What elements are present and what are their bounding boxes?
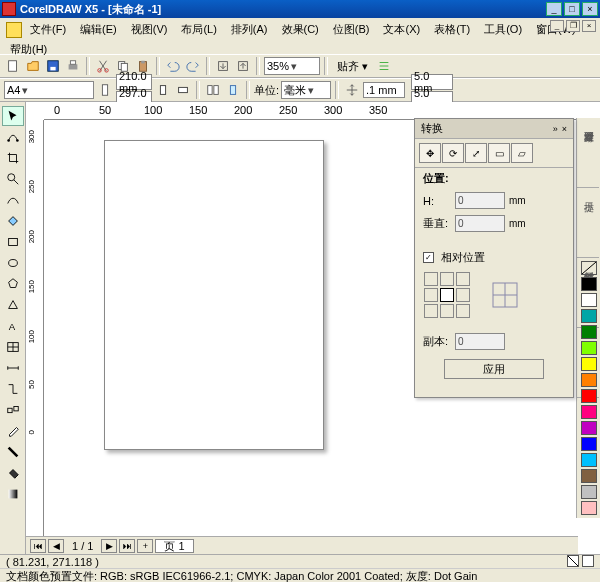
save-icon[interactable]: [44, 57, 62, 75]
swatch[interactable]: [581, 485, 597, 499]
connector-tool[interactable]: [2, 379, 24, 399]
swatch[interactable]: [581, 373, 597, 387]
new-icon[interactable]: [4, 57, 22, 75]
apply-button[interactable]: 应用: [444, 359, 544, 379]
menu-layout[interactable]: 布局(L): [175, 20, 222, 40]
options-icon[interactable]: [375, 57, 393, 75]
svg-rect-4: [70, 61, 75, 65]
open-icon[interactable]: [24, 57, 42, 75]
menu-edit[interactable]: 编辑(E): [74, 20, 123, 40]
scale-tab-icon[interactable]: ⤢: [465, 143, 487, 163]
snap-button[interactable]: 贴齐 ▾: [332, 57, 373, 75]
current-page-icon[interactable]: [224, 81, 242, 99]
redo-icon[interactable]: [184, 57, 202, 75]
fill-indicator-icon[interactable]: [567, 555, 579, 567]
h-input[interactable]: [455, 192, 505, 209]
nudge-input[interactable]: .1 mm: [363, 82, 405, 98]
basic-shapes-tool[interactable]: [2, 295, 24, 315]
vertical-ruler[interactable]: 300250200150100500: [26, 120, 44, 564]
add-page-button[interactable]: +: [137, 539, 153, 553]
anchor-grid[interactable]: [423, 271, 471, 319]
swatch[interactable]: [581, 293, 597, 307]
fill-tool[interactable]: [2, 463, 24, 483]
menu-view[interactable]: 视图(V): [125, 20, 174, 40]
next-page-button[interactable]: ▶: [101, 539, 117, 553]
swatch[interactable]: [581, 469, 597, 483]
menu-tools[interactable]: 工具(O): [478, 20, 528, 40]
prev-page-button[interactable]: ◀: [48, 539, 64, 553]
ellipse-tool[interactable]: [2, 253, 24, 273]
outline-indicator-icon[interactable]: [582, 555, 594, 567]
text-tool[interactable]: A: [2, 316, 24, 336]
interactive-fill-tool[interactable]: [2, 484, 24, 504]
maximize-button[interactable]: □: [564, 2, 580, 16]
swatch[interactable]: [581, 389, 597, 403]
dimension-tool[interactable]: [2, 358, 24, 378]
units-combo[interactable]: 毫米▾: [281, 81, 331, 99]
outline-tool[interactable]: [2, 442, 24, 462]
swatch[interactable]: [581, 309, 597, 323]
import-icon[interactable]: [214, 57, 232, 75]
swatch[interactable]: [581, 277, 597, 291]
side-tab-object-mgr[interactable]: 对象管理器: [577, 118, 599, 188]
undo-icon[interactable]: [164, 57, 182, 75]
portrait-icon[interactable]: [96, 81, 114, 99]
swatch[interactable]: [581, 437, 597, 451]
export-icon[interactable]: [234, 57, 252, 75]
eyedropper-tool[interactable]: [2, 421, 24, 441]
docker-collapse-icon[interactable]: »: [553, 124, 558, 134]
smart-fill-tool[interactable]: [2, 211, 24, 231]
swatch[interactable]: [581, 421, 597, 435]
side-tab-hints[interactable]: 提示: [577, 188, 599, 258]
mdi-min-button[interactable]: _: [550, 20, 564, 32]
swatch[interactable]: [581, 325, 597, 339]
menu-table[interactable]: 表格(T): [428, 20, 476, 40]
swatch[interactable]: [581, 341, 597, 355]
all-pages-icon[interactable]: [204, 81, 222, 99]
swatch[interactable]: [581, 501, 597, 515]
cut-icon[interactable]: [94, 57, 112, 75]
menu-bitmap[interactable]: 位图(B): [327, 20, 376, 40]
zoom-combo[interactable]: 35%▾: [264, 57, 320, 75]
minimize-button[interactable]: _: [546, 2, 562, 16]
size-tab-icon[interactable]: ▭: [488, 143, 510, 163]
swatch[interactable]: [581, 261, 597, 275]
relative-checkbox[interactable]: ✓: [423, 252, 434, 263]
status-bar: ( 81.231, 271.118 ): [0, 554, 600, 568]
polygon-tool[interactable]: [2, 274, 24, 294]
zoom-tool[interactable]: [2, 169, 24, 189]
menu-file[interactable]: 文件(F): [24, 20, 72, 40]
menu-effects[interactable]: 效果(C): [276, 20, 325, 40]
rotate-tab-icon[interactable]: ⟳: [442, 143, 464, 163]
mdi-close-button[interactable]: ×: [582, 20, 596, 32]
print-icon[interactable]: [64, 57, 82, 75]
paper-size-combo[interactable]: A4▾: [4, 81, 94, 99]
rectangle-tool[interactable]: [2, 232, 24, 252]
mdi-restore-button[interactable]: ❐: [566, 20, 580, 32]
last-page-button[interactable]: ⏭: [119, 539, 135, 553]
swatch[interactable]: [581, 453, 597, 467]
orientation-portrait-icon[interactable]: [154, 81, 172, 99]
close-button[interactable]: ×: [582, 2, 598, 16]
menu-arrange[interactable]: 排列(A): [225, 20, 274, 40]
crop-tool[interactable]: [2, 148, 24, 168]
freehand-tool[interactable]: [2, 190, 24, 210]
position-tab-icon[interactable]: ✥: [419, 143, 441, 163]
first-page-button[interactable]: ⏮: [30, 539, 46, 553]
copies-input[interactable]: [455, 333, 505, 350]
pick-tool[interactable]: [2, 106, 24, 126]
svg-text:A: A: [8, 321, 15, 332]
v-input[interactable]: [455, 215, 505, 232]
swatch[interactable]: [581, 357, 597, 371]
orientation-landscape-icon[interactable]: [174, 81, 192, 99]
page-tab[interactable]: 页 1: [155, 539, 193, 553]
swatch[interactable]: [581, 405, 597, 419]
menu-text[interactable]: 文本(X): [377, 20, 426, 40]
table-tool[interactable]: [2, 337, 24, 357]
docker-close-icon[interactable]: ×: [562, 124, 567, 134]
skew-tab-icon[interactable]: ▱: [511, 143, 533, 163]
svg-point-5: [98, 69, 102, 73]
blend-tool[interactable]: [2, 400, 24, 420]
app-icon: [2, 2, 16, 16]
shape-tool[interactable]: [2, 127, 24, 147]
